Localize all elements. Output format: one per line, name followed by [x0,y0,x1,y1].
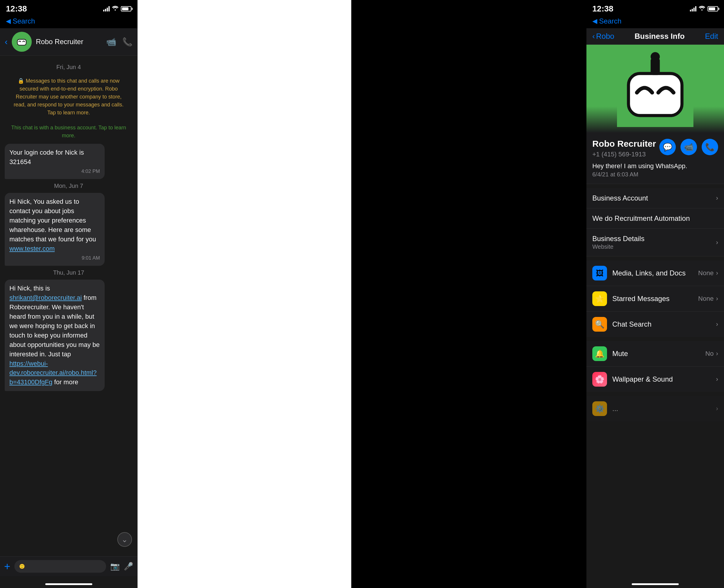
starred-text: Starred Messages [612,295,698,303]
media-text: Media, Links, and Docs [612,269,698,277]
more-icon-box: ⚙️ [592,401,607,416]
business-details-label: Business Details [592,235,644,243]
biz-edit-btn[interactable]: Edit [705,32,718,41]
menu-section-3: 🔔 Mute No › 🌸 Wallpaper & Sound › [587,341,724,392]
contact-avatar[interactable] [12,32,32,52]
mic-icon[interactable]: 🎤 [124,562,133,571]
biz-contact-row: Robo Recruiter +1 (415) 569-1913 💬 📹 📞 [592,139,718,158]
signal-icon-right [690,6,696,12]
search-text-left[interactable]: Search [13,17,35,25]
more-label: ... [612,404,618,413]
mute-icon-box: 🔔 [592,346,607,361]
message-text-1a: Hi Nick, You asked us to contact you abo… [9,198,96,243]
mute-label: Mute [612,350,628,357]
message-text-2a: Hi Nick, this is [9,285,50,292]
search-nav-left[interactable]: ◀ Search [0,16,137,28]
chat-search-icon: 🔍 [595,320,604,329]
wallpaper-label: Wallpaper & Sound [612,375,673,383]
time-right: 12:38 [592,4,614,14]
contact-name: Robo Recruiter [36,38,83,46]
message-text-2c: for more [52,378,78,386]
search-nav-right[interactable]: ◀ Search [587,16,724,28]
chat-search-label: Chat Search [612,320,652,328]
date-label-2: Thu, Jun 17 [5,269,132,276]
biz-back-label: Robo [596,32,614,41]
message-input-field[interactable]: 🙂 [15,560,106,573]
menu-item-starred[interactable]: ⭐ Starred Messages None › [587,286,724,312]
time-left: 12:38 [6,4,27,14]
back-arrow-search-right: ◀ [592,17,597,25]
starred-icon-box: ⭐ [592,291,607,306]
biz-contact-name: Robo Recruiter [592,139,659,149]
scroll-to-bottom-btn[interactable]: ⌄ [117,532,132,547]
chat-scroll-area[interactable]: Fri, Jun 4 🔒 Messages to this chat and c… [0,56,137,541]
status-icons-right [690,6,718,12]
signal-icon-left [103,6,110,12]
starred-label: Starred Messages [612,295,669,302]
phone-call-icon[interactable]: 📞 [122,37,132,47]
biz-action-buttons: 💬 📹 📞 [659,139,718,155]
message-link-2a[interactable]: shrikant@roborecruiter.ai [9,294,82,301]
wallpaper-icon-box: 🌸 [592,372,607,386]
biz-profile-image[interactable] [587,45,724,133]
message-link-1[interactable]: www.tester.com [9,245,55,252]
menu-section-2: 🖼 Media, Links, and Docs None › ⭐ Starre… [587,260,724,337]
input-bar: + 🙂 📷 🎤 [0,556,137,576]
date-label-0: Fri, Jun 4 [5,64,132,70]
video-call-icon[interactable]: 📹 [106,37,116,47]
business-account-label: Business Account [592,194,716,202]
wallpaper-icon: 🌸 [595,375,604,384]
svg-point-7 [651,52,660,61]
starred-chevron: › [716,295,718,302]
more-text: ... [612,404,716,413]
chat-search-text: Chat Search [612,320,716,329]
camera-icon[interactable]: 📷 [110,562,120,571]
mute-chevron: › [716,350,718,357]
business-account-notice[interactable]: This chat is with a business account. Ta… [5,122,132,142]
starred-icon: ⭐ [595,294,604,303]
business-account-chevron: › [716,194,718,202]
menu-item-business-details[interactable]: Business Details Website › [587,229,724,256]
svg-point-0 [115,9,116,10]
menu-item-wallpaper[interactable]: 🌸 Wallpaper & Sound › [587,366,724,392]
biz-status-date: 6/4/21 at 6:03 AM [592,171,718,178]
media-value: None [698,269,714,277]
svg-rect-2 [17,39,26,45]
menu-item-mute[interactable]: 🔔 Mute No › [587,341,724,366]
mute-icon: 🔔 [595,349,604,358]
menu-item-media[interactable]: 🖼 Media, Links, and Docs None › [587,260,724,286]
chat-back-btn[interactable]: ‹ [5,37,8,47]
message-text-0: Your login code for Nick is 321654 [9,149,84,166]
status-bar-left: 12:38 [0,0,137,16]
biz-back-btn[interactable]: ‹ Robo [592,32,614,41]
right-phone: 12:38 ◀ Search ‹ Robo Bus [587,0,724,588]
menu-item-more[interactable]: ⚙️ ... › [587,396,724,421]
battery-icon-left [121,6,131,12]
business-details-chevron: › [716,239,718,246]
middle-gap [137,0,351,588]
message-time-0: 4:02 PM [9,168,100,175]
message-bubble-0: Your login code for Nick is 321654 4:02 … [5,144,105,179]
media-icon: 🖼 [596,269,603,278]
biz-back-chevron: ‹ [592,32,595,41]
battery-icon-right [707,6,718,12]
sticker-icon[interactable]: 🙂 [19,564,25,569]
system-message-encryption[interactable]: 🔒 Messages to this chat and calls are no… [5,74,132,120]
search-text-right[interactable]: Search [599,17,621,25]
video-action-btn[interactable]: 📹 [681,139,697,155]
mute-value: No [705,350,714,357]
add-attachment-btn[interactable]: + [4,561,10,572]
media-chevron: › [716,269,718,277]
message-action-btn[interactable]: 💬 [659,139,676,155]
starred-value: None [698,295,714,302]
home-indicator-right [632,583,679,585]
message-text-2b: from Roborecruiter. We haven't heard fro… [9,294,100,357]
media-icon-box: 🖼 [592,266,607,280]
more-chevron: › [716,405,718,413]
menu-section-4: ⚙️ ... › [587,396,724,421]
media-label: Media, Links, and Docs [612,269,685,277]
call-action-btn[interactable]: 📞 [702,139,718,155]
menu-item-chat-search[interactable]: 🔍 Chat Search › [587,312,724,337]
menu-item-business-account[interactable]: Business Account › [587,188,724,208]
svg-rect-5 [629,74,682,115]
